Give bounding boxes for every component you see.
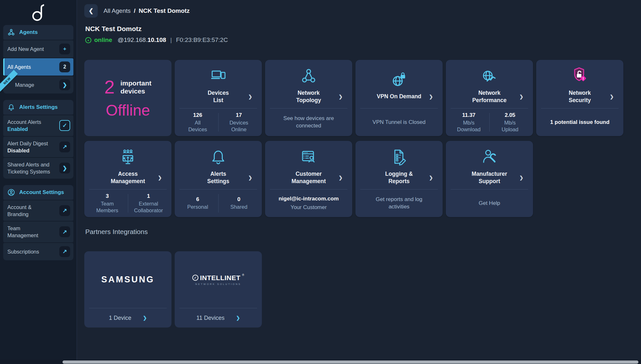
stat-value: 3: [87, 193, 128, 199]
card-title: VPN On Demand: [377, 93, 421, 100]
card-title: Network Performance: [472, 89, 507, 104]
sidebar-header-label: Account Settings: [19, 189, 64, 196]
stat-external-collaborator: 1 External Collaborator: [128, 193, 169, 214]
sidebar-item-label: Manage: [7, 81, 34, 88]
chevron-right-icon[interactable]: ❯: [338, 94, 343, 100]
stat-all-devices: 126 All Devices: [177, 112, 218, 133]
card-network-security[interactable]: ! Network Security ❯ 1 potential issue f…: [536, 60, 623, 136]
external-link-icon[interactable]: ↗: [59, 226, 70, 237]
sidebar-item-label: Team Management: [7, 225, 38, 239]
card-logging-reports[interactable]: Logging & Reports ❯ Get reports and log …: [355, 141, 443, 217]
card-subtitle: Get Help: [479, 200, 500, 207]
stat-value: 17: [219, 112, 260, 118]
chevron-right-icon[interactable]: ❯: [236, 315, 240, 321]
sidebar-item-alert-daily-digest[interactable]: Alert Daily DigestDisabled ↗: [3, 137, 73, 158]
intellinet-wordmark: INTELLINET: [200, 274, 240, 282]
stat-label: Mb/s Upload: [490, 119, 531, 133]
domotz-logo[interactable]: [0, 0, 77, 25]
bell-icon: [7, 103, 15, 111]
chevron-right-icon[interactable]: ❯: [610, 94, 614, 100]
partners-heading: Partners Integrations: [85, 228, 148, 236]
sidebar-section-agents: Agents Add New Agent + All Agents 2 NEW …: [3, 25, 73, 93]
support-wrench-icon: [481, 147, 498, 166]
online-status-label: online: [94, 36, 112, 44]
card-customer-management[interactable]: Customer Management ❯ nigel@ic-intracom.…: [265, 141, 352, 217]
stat-value: 0: [219, 196, 260, 203]
sidebar-item-subscriptions[interactable]: Subscriptions ↗: [3, 243, 73, 260]
stat-value: 6: [177, 196, 218, 203]
divider: |: [170, 36, 172, 44]
intellinet-subtitle: NETWORK SOLUTIONS: [195, 283, 241, 286]
samsung-logo: SAMSUNG: [101, 275, 154, 285]
card-devices-list[interactable]: Devices List ❯ 126 All Devices 17: [175, 60, 262, 136]
feature-cards-grid: 2 important devices Offline: [84, 60, 623, 217]
card-title: Logging & Reports: [385, 170, 413, 185]
sidebar-section-alerts-settings: Alerts Settings Account AlertsEnabled ✓ …: [3, 100, 73, 179]
svg-text:!: !: [583, 76, 584, 81]
stat-label: External Collaborator: [128, 200, 169, 214]
back-button[interactable]: ❮: [84, 4, 98, 18]
account-icon: [7, 189, 15, 196]
sidebar-item-team-management[interactable]: Team Management ↗: [3, 222, 73, 242]
card-alerts-settings[interactable]: Alerts Settings ❯ 6 Personal 0: [175, 141, 262, 217]
chevron-right-icon[interactable]: ❯: [143, 315, 147, 321]
agent-ip: @192.168.10.108: [118, 36, 166, 44]
performance-globe-chart-icon: [481, 66, 498, 85]
stat-value: 2.05: [490, 112, 531, 118]
sidebar-header-alerts-settings: Alerts Settings: [3, 100, 73, 115]
breadcrumb-parent[interactable]: All Agents: [104, 7, 131, 14]
card-manufacturer-support[interactable]: Manufacturer Support ❯ Get Help: [446, 141, 533, 217]
breadcrumb-current: NCK Test Domotz: [139, 7, 190, 14]
ip-bold: 10.108: [147, 36, 166, 43]
card-access-management[interactable]: Access Management ❯ 3 Team Members 1: [84, 141, 171, 217]
partner-device-count: 11 Devices: [196, 315, 225, 321]
sidebar-item-manage[interactable]: NEW Manage ❯: [3, 76, 73, 93]
external-link-icon[interactable]: ↗: [59, 246, 70, 257]
sidebar-item-add-new-agent[interactable]: Add New Agent +: [3, 40, 73, 58]
card-network-performance[interactable]: Network Performance ❯ 11.37 Mb/s Downloa…: [446, 60, 533, 136]
account-alerts-status: Enabled: [7, 126, 28, 132]
agent-mac-address: F0:23:B9:E3:57:2C: [176, 36, 228, 44]
partner-card-intellinet[interactable]: ✓ INTELLINET ® NETWORK SOLUTIONS 11 Devi…: [175, 251, 262, 328]
external-link-icon[interactable]: ↗: [59, 205, 70, 216]
external-link-icon[interactable]: ↗: [59, 142, 70, 152]
chevron-right-icon[interactable]: ❯: [248, 94, 252, 100]
chevron-right-icon[interactable]: ❯: [158, 175, 162, 181]
chevron-right-icon[interactable]: ❯: [248, 175, 252, 181]
agent-status-row: ▲ online @192.168.10.108 | F0:23:B9:E3:5…: [85, 36, 228, 44]
chevron-right-icon[interactable]: ❯: [519, 175, 523, 181]
checkbox-checked-icon[interactable]: ✓: [59, 120, 70, 131]
bell-icon: [210, 147, 227, 166]
sidebar-item-shared-alerts[interactable]: Shared Alerts and Ticketing Systems ❯: [3, 158, 73, 179]
partner-card-samsung[interactable]: SAMSUNG 1 Device ❯: [84, 251, 171, 328]
plus-icon[interactable]: +: [59, 44, 70, 54]
card-vpn-on-demand[interactable]: VPN On Demand ❯ VPN Tunnel is Closed: [355, 60, 443, 136]
online-status-icon: ▲: [85, 37, 91, 43]
domotz-dashboard: Agents Add New Agent + All Agents 2 NEW …: [0, 0, 641, 364]
sidebar-item-label: All Agents: [7, 63, 31, 70]
chevron-right-icon[interactable]: ❯: [429, 175, 433, 181]
card-subtitle: Get reports and log activities: [376, 196, 422, 211]
sidebar-item-account-branding[interactable]: Account & Branding ↗: [3, 200, 73, 221]
chevron-right-icon[interactable]: ❯: [59, 79, 70, 90]
stat-devices-online: 17 Devices Online: [219, 112, 260, 133]
stat-label: Devices Online: [219, 119, 260, 133]
card-subtitle: 1 potential issue found: [550, 119, 609, 125]
sidebar-header-agents: Agents: [3, 25, 73, 40]
card-title: Alerts Settings: [207, 170, 229, 185]
chevron-right-icon[interactable]: ❯: [59, 163, 70, 174]
chevron-right-icon[interactable]: ❯: [338, 175, 343, 181]
card-network-topology[interactable]: Network Topology ❯ See how devices are c…: [265, 60, 352, 136]
sidebar-item-label: Add New Agent: [7, 45, 44, 53]
sidebar-item-account-alerts[interactable]: Account AlertsEnabled ✓: [3, 115, 73, 136]
chevron-right-icon[interactable]: ❯: [429, 94, 433, 100]
customer-email: nigel@ic-intracom.com: [279, 196, 339, 202]
security-shield-alert-icon: !: [571, 66, 589, 85]
scrollbar-thumb[interactable]: [62, 360, 638, 364]
card-title: Network Security: [569, 89, 591, 104]
card-important-devices-offline[interactable]: 2 important devices Offline: [84, 60, 171, 136]
intellinet-logo: ✓ INTELLINET ®: [192, 274, 244, 282]
daily-digest-status: Disabled: [7, 148, 29, 153]
chevron-right-icon[interactable]: ❯: [519, 94, 523, 100]
card-subtitle: VPN Tunnel is Closed: [372, 119, 425, 126]
